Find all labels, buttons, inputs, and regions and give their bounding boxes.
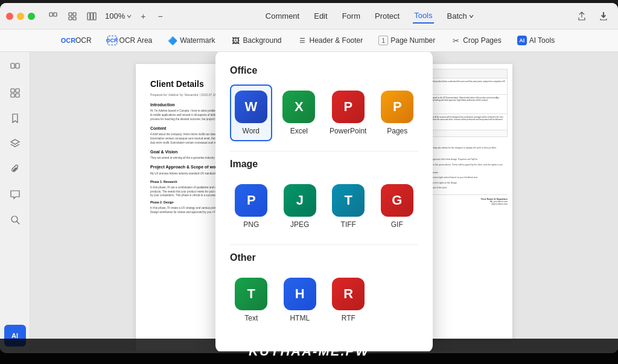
nav-batch[interactable]: Batch — [446, 9, 476, 23]
zoom-dropdown-icon — [126, 13, 132, 19]
png-label: PNG — [243, 220, 259, 229]
png-icon: P — [235, 184, 267, 217]
top-bar: 100% + − Comment Edit Form Protect Tools… — [0, 3, 618, 30]
export-dialog: Office W Word X Excel — [215, 52, 433, 351]
svg-rect-3 — [73, 13, 76, 16]
format-rtf[interactable]: R RTF — [327, 272, 370, 328]
sidebar-pages-icon[interactable] — [4, 57, 26, 78]
format-pages[interactable]: P Pages — [376, 85, 418, 141]
sidebar-attach-icon[interactable] — [4, 158, 26, 180]
share-icon — [577, 11, 587, 21]
svg-rect-13 — [11, 94, 14, 97]
ppt-label: PowerPoint — [330, 127, 366, 135]
left-sidebar: AI — [0, 52, 30, 351]
ocr-btn[interactable]: OCR OCR — [57, 33, 98, 48]
svg-rect-8 — [94, 13, 96, 20]
gif-icon: G — [381, 184, 413, 217]
export-icon — [599, 11, 608, 21]
format-text[interactable]: T Text — [230, 272, 273, 328]
sidebar-layers-icon[interactable] — [4, 133, 26, 155]
ocr-area-btn[interactable]: OCR OCR Area — [101, 33, 159, 48]
excel-label: Excel — [290, 127, 308, 135]
svg-rect-6 — [88, 13, 90, 20]
format-jpeg[interactable]: J JPEG — [279, 178, 322, 235]
ppt-icon: P — [332, 91, 365, 123]
sidebar-comment-icon[interactable] — [4, 184, 26, 205]
zoom-out-btn[interactable]: − — [154, 9, 166, 24]
format-powerpoint[interactable]: P PowerPoint — [326, 85, 370, 141]
ocr-icon: OCR — [63, 36, 73, 45]
page-number-btn[interactable]: 1 Page Number — [372, 33, 441, 48]
excel-icon: X — [282, 91, 315, 123]
background-btn[interactable]: 🖼 Background — [225, 33, 287, 48]
pages-format-icon: P — [381, 91, 413, 123]
nav-protect[interactable]: Protect — [374, 9, 401, 23]
image-section-title: Image — [230, 159, 418, 170]
minimize-button[interactable] — [17, 13, 24, 20]
svg-rect-0 — [49, 13, 53, 16]
toolbar-left — [45, 9, 100, 24]
office-section-title: Office — [230, 65, 418, 76]
nav-form[interactable]: Form — [341, 9, 362, 23]
sidebar-bookmark-icon[interactable] — [4, 107, 26, 129]
divider-1 — [230, 151, 418, 152]
svg-rect-5 — [73, 17, 76, 20]
crop-pages-btn[interactable]: ✂ Crop Pages — [445, 33, 507, 48]
divider-2 — [230, 244, 418, 245]
share-btn[interactable] — [573, 9, 590, 24]
sidebar-thumbnails-icon[interactable] — [4, 82, 26, 104]
office-format-grid: W Word X Excel P — [230, 85, 418, 141]
page-view-btn[interactable] — [45, 9, 62, 24]
zoom-level: 100% — [105, 11, 125, 21]
html-label: HTML — [290, 314, 310, 322]
content-area: AI Client Details Prepared for 'Adeline'… — [0, 52, 618, 351]
tiff-label: TIFF — [341, 220, 356, 229]
svg-rect-12 — [16, 89, 19, 92]
other-section-title: Other — [230, 252, 418, 263]
svg-rect-10 — [16, 63, 19, 68]
ocr-area-icon: OCR — [107, 36, 117, 45]
header-footer-btn[interactable]: ☰ Header & Footer — [291, 33, 369, 48]
html-icon: H — [284, 278, 316, 310]
grid-view-btn[interactable] — [64, 9, 81, 24]
svg-rect-2 — [69, 13, 72, 16]
crop-icon: ✂ — [451, 36, 460, 45]
nav-comment[interactable]: Comment — [264, 9, 301, 23]
zoom-control: 100% — [105, 11, 132, 21]
grid-view-icon — [68, 11, 77, 21]
text-label: Text — [244, 314, 258, 322]
page-view-icon — [48, 11, 58, 21]
ai-tools-btn[interactable]: AI AI Tools — [511, 33, 561, 48]
tiff-icon: T — [332, 184, 365, 217]
main-nav: Comment Edit Form Protect Tools Batch — [171, 8, 569, 24]
text-format-icon: T — [235, 278, 267, 310]
format-png[interactable]: P PNG — [230, 178, 273, 235]
close-button[interactable] — [6, 13, 13, 20]
columns-view-btn[interactable] — [83, 9, 100, 24]
svg-rect-7 — [91, 13, 93, 20]
maximize-button[interactable] — [28, 13, 35, 20]
top-right — [573, 9, 612, 24]
format-excel[interactable]: X Excel — [278, 85, 320, 141]
sidebar-search-icon[interactable] — [4, 209, 26, 231]
jpeg-label: JPEG — [290, 220, 309, 229]
format-gif[interactable]: G GIF — [376, 178, 419, 235]
word-icon: W — [235, 91, 267, 123]
header-footer-icon: ☰ — [298, 36, 307, 45]
watermark-btn[interactable]: 🔷 Watermark — [162, 33, 221, 48]
format-tiff[interactable]: T TIFF — [327, 178, 370, 235]
window-controls — [6, 13, 35, 20]
zoom-in-btn[interactable]: + — [137, 9, 149, 24]
nav-edit[interactable]: Edit — [313, 9, 328, 23]
ai-icon: AI — [517, 36, 527, 45]
svg-rect-14 — [16, 94, 19, 97]
export-btn[interactable] — [595, 9, 612, 24]
format-word[interactable]: W Word — [230, 85, 272, 141]
image-format-grid: P PNG J JPEG T TIFF — [230, 178, 418, 235]
nav-tools[interactable]: Tools — [413, 8, 433, 24]
svg-rect-4 — [69, 17, 72, 20]
svg-point-15 — [11, 216, 18, 222]
page-number-icon: 1 — [378, 36, 388, 45]
columns-view-icon — [87, 11, 97, 21]
format-html[interactable]: H HTML — [279, 272, 322, 328]
